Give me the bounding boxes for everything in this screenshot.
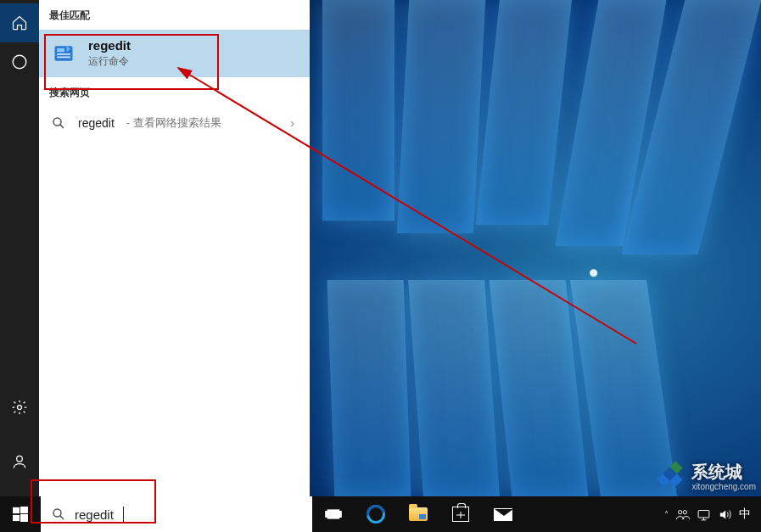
- start-button[interactable]: [0, 496, 41, 532]
- svg-rect-18: [698, 510, 709, 518]
- taskview-icon: [325, 506, 342, 523]
- cortana-sidebar: [0, 0, 39, 496]
- regedit-icon: [51, 41, 76, 66]
- volume-icon[interactable]: [718, 507, 732, 522]
- svg-rect-13: [327, 510, 339, 518]
- store-button[interactable]: [439, 507, 482, 522]
- result-regedit[interactable]: regedit 运行命令: [39, 30, 310, 77]
- cortana-home-button[interactable]: [0, 3, 39, 42]
- cortana-settings-button[interactable]: [0, 388, 39, 427]
- svg-rect-11: [20, 514, 28, 522]
- svg-point-0: [13, 55, 26, 69]
- edge-icon: [367, 505, 385, 524]
- svg-point-2: [17, 456, 23, 462]
- cortana-feedback-button[interactable]: [0, 442, 39, 481]
- watermark-text: 系统城: [691, 462, 742, 481]
- watermark: 系统城 xitongcheng.com: [657, 461, 756, 491]
- store-icon: [452, 507, 469, 522]
- feedback-icon: [11, 453, 28, 470]
- watermark-sub: xitongcheng.com: [691, 482, 756, 491]
- taskbar: regedit ˄ 中: [0, 496, 761, 532]
- text-caret: [123, 507, 124, 522]
- windows-icon: [13, 507, 28, 522]
- cortana-circle-button[interactable]: [0, 42, 39, 81]
- svg-rect-6: [57, 57, 70, 59]
- chevron-right-icon: ›: [290, 116, 298, 130]
- svg-point-17: [683, 510, 686, 513]
- web-suffix: - 查看网络搜索结果: [126, 115, 221, 131]
- cortana-icon: [10, 53, 29, 71]
- svg-rect-10: [13, 515, 20, 521]
- svg-point-1: [18, 406, 22, 410]
- svg-point-16: [679, 510, 682, 513]
- system-tray: ˄ 中: [654, 496, 761, 532]
- taskbar-search-box[interactable]: regedit: [41, 496, 312, 532]
- folder-icon: [409, 507, 428, 521]
- gear-icon: [11, 399, 28, 416]
- mail-button[interactable]: [482, 508, 524, 521]
- tray-overflow-button[interactable]: ˄: [664, 510, 669, 519]
- mail-icon: [494, 508, 512, 521]
- search-results-panel: 最佳匹配 regedit 运行命令 搜索网页 regedit - 查看网络搜索结…: [39, 0, 310, 496]
- watermark-logo-icon: [657, 462, 686, 490]
- best-match-header: 最佳匹配: [39, 0, 310, 30]
- svg-rect-5: [57, 53, 70, 55]
- ime-indicator[interactable]: 中: [739, 507, 751, 522]
- svg-rect-4: [57, 48, 64, 52]
- web-header: 搜索网页: [39, 77, 310, 107]
- svg-rect-9: [20, 507, 28, 513]
- file-explorer-button[interactable]: [397, 507, 439, 521]
- svg-rect-14: [326, 512, 328, 518]
- svg-rect-8: [13, 507, 20, 513]
- network-icon[interactable]: [697, 507, 711, 522]
- svg-rect-15: [339, 512, 342, 518]
- svg-point-7: [53, 118, 61, 126]
- result-web-search[interactable]: regedit - 查看网络搜索结果 ›: [39, 107, 310, 139]
- taskbar-pinned-apps: [312, 496, 524, 532]
- people-icon[interactable]: [675, 507, 690, 522]
- edge-button[interactable]: [355, 505, 397, 524]
- result-title: regedit: [88, 38, 131, 53]
- search-icon: [51, 115, 66, 131]
- search-icon: [51, 507, 66, 522]
- svg-point-12: [53, 509, 61, 517]
- search-input[interactable]: regedit: [75, 507, 114, 522]
- home-icon: [11, 14, 28, 31]
- result-subtitle: 运行命令: [88, 54, 131, 69]
- web-query: regedit: [78, 116, 115, 130]
- taskview-button[interactable]: [312, 506, 355, 523]
